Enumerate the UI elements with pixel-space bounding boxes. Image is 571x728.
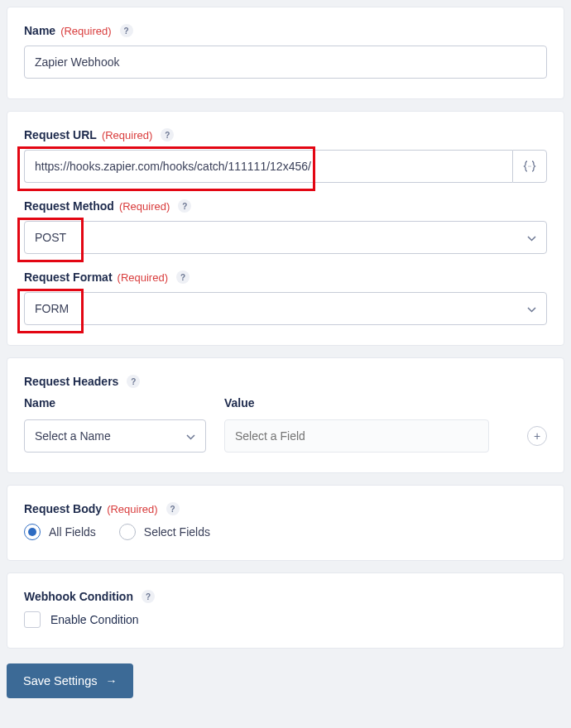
request-headers-card: Request Headers ? Name Select a Name Val… bbox=[7, 357, 564, 473]
request-format-value: FORM bbox=[35, 302, 69, 315]
webhook-condition-label: Webhook Condition ? bbox=[24, 590, 547, 603]
save-settings-label: Save Settings bbox=[23, 674, 97, 687]
request-method-select[interactable]: POST bbox=[24, 221, 547, 254]
merge-tag-button[interactable] bbox=[512, 150, 547, 183]
radio-circle bbox=[119, 524, 136, 540]
help-icon[interactable]: ? bbox=[166, 502, 180, 515]
header-value-col: Value bbox=[224, 396, 489, 453]
header-value-label: Value bbox=[224, 396, 489, 410]
required-marker: (Required) bbox=[119, 200, 170, 213]
enable-condition-row[interactable]: Enable Condition bbox=[24, 611, 547, 628]
radio-circle-checked bbox=[24, 524, 41, 540]
header-name-value: Select a Name bbox=[35, 429, 111, 443]
arrow-right-icon: → bbox=[105, 674, 117, 687]
request-format-label: Request Format (Required) ? bbox=[24, 271, 547, 284]
name-card: Name (Required) ? bbox=[7, 7, 564, 99]
chevron-down-icon bbox=[527, 231, 536, 244]
request-method-label: Request Method (Required) ? bbox=[24, 199, 547, 213]
required-marker: (Required) bbox=[60, 25, 111, 37]
name-label: Name (Required) ? bbox=[24, 24, 547, 37]
request-body-label-text: Request Body bbox=[24, 502, 102, 515]
request-body-label: Request Body (Required) ? bbox=[24, 502, 547, 515]
svg-point-1 bbox=[530, 165, 530, 166]
save-settings-button[interactable]: Save Settings → bbox=[7, 663, 133, 698]
webhook-condition-label-text: Webhook Condition bbox=[24, 590, 133, 603]
help-icon[interactable]: ? bbox=[120, 24, 133, 37]
header-name-col: Name Select a Name bbox=[24, 396, 206, 453]
request-body-card: Request Body (Required) ? All Fields Sel… bbox=[7, 485, 564, 561]
required-marker: (Required) bbox=[107, 503, 157, 515]
radio-select-fields[interactable]: Select Fields bbox=[119, 524, 210, 540]
request-headers-label: Request Headers ? bbox=[24, 375, 547, 388]
help-icon[interactable]: ? bbox=[178, 199, 191, 213]
chevron-down-icon bbox=[186, 429, 195, 443]
request-format-group: Request Format (Required) ? FORM bbox=[24, 271, 547, 325]
header-value-input[interactable] bbox=[224, 419, 489, 453]
request-url-label: Request URL (Required) ? bbox=[24, 128, 547, 141]
request-config-card: Request URL (Required) ? Request Method … bbox=[7, 111, 564, 346]
header-name-label: Name bbox=[24, 396, 206, 410]
required-marker: (Required) bbox=[118, 271, 168, 284]
help-icon[interactable]: ? bbox=[142, 590, 155, 603]
request-headers-label-text: Request Headers bbox=[24, 375, 118, 388]
request-method-value: POST bbox=[35, 231, 66, 244]
enable-condition-label: Enable Condition bbox=[50, 613, 139, 626]
add-header-button[interactable]: + bbox=[527, 426, 547, 446]
help-icon[interactable]: ? bbox=[176, 271, 190, 284]
radio-all-fields-label: All Fields bbox=[49, 525, 96, 539]
body-radio-group: All Fields Select Fields bbox=[24, 524, 547, 540]
help-icon[interactable]: ? bbox=[161, 128, 174, 141]
enable-condition-checkbox[interactable] bbox=[24, 611, 41, 628]
request-method-group: Request Method (Required) ? POST bbox=[24, 199, 547, 254]
request-format-select[interactable]: FORM bbox=[24, 292, 547, 325]
url-row bbox=[24, 150, 547, 183]
radio-select-fields-label: Select Fields bbox=[144, 525, 210, 539]
headers-row: Name Select a Name Value + bbox=[24, 396, 547, 453]
header-name-select[interactable]: Select a Name bbox=[24, 419, 206, 453]
request-url-label-text: Request URL bbox=[24, 128, 97, 141]
required-marker: (Required) bbox=[102, 129, 152, 141]
request-method-label-text: Request Method bbox=[24, 199, 114, 213]
chevron-down-icon bbox=[527, 302, 536, 315]
help-icon[interactable]: ? bbox=[127, 375, 140, 388]
webhook-condition-card: Webhook Condition ? Enable Condition bbox=[7, 572, 564, 649]
request-format-label-text: Request Format bbox=[24, 271, 113, 284]
radio-all-fields[interactable]: All Fields bbox=[24, 524, 96, 540]
svg-point-0 bbox=[528, 165, 529, 166]
name-label-text: Name bbox=[24, 24, 55, 37]
request-url-input[interactable] bbox=[24, 150, 512, 183]
name-input[interactable] bbox=[24, 46, 547, 79]
radio-dot bbox=[28, 528, 36, 536]
plus-icon: + bbox=[534, 429, 540, 443]
request-url-group: Request URL (Required) ? bbox=[24, 128, 547, 183]
merge-tag-icon bbox=[523, 160, 536, 172]
